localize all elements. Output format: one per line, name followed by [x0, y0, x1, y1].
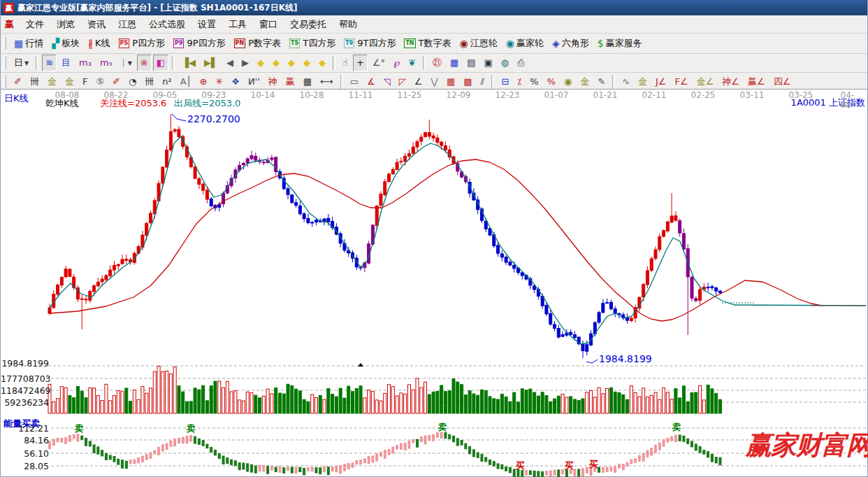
app-window: 赢 赢家江恩专业版[赢家内部服务平台] - [上证指数 SH1A0001-167… [0, 0, 868, 477]
kline-chart-canvas[interactable] [1, 0, 868, 477]
